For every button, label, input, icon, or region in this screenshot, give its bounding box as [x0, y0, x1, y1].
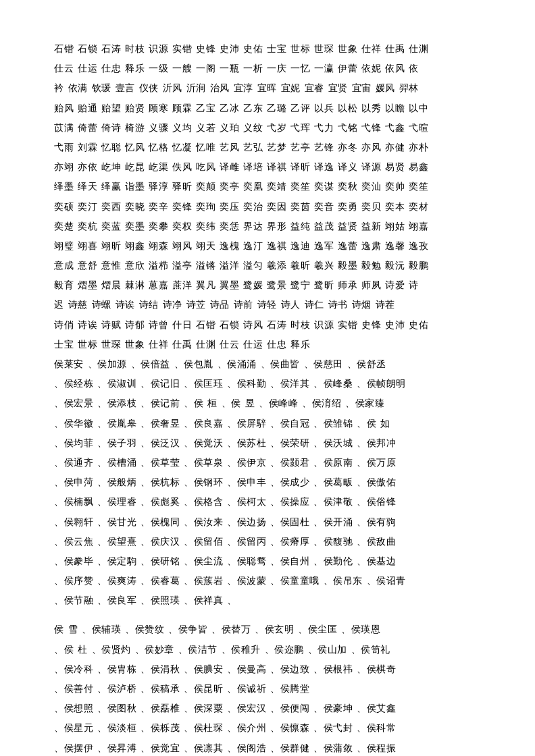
text-line: 、侯通齐 、侯槽涌 、侯草莹 、侯草泉 、侯伊京 、侯颢君 、侯原南 、侯万原: [54, 454, 481, 471]
text-line: 仕云 仕运 仕忠 释乐 一级 一艘 一阁 一瓶 一析 一庆 一忆 一瀛 伊蕾 依…: [54, 60, 481, 77]
text-line: 、侯星元 、侯淡桓 、侯栎茂 、侯杜琛 、侯介州 、侯懔森 、侯弋封 、侯科常: [54, 720, 481, 736]
text-line: 弋雨 刘霖 忆聪 忆风 忆格 忆凝 忆唯 艺风 艺弘 艺梦 艺亭 艺锋 亦冬 亦…: [54, 139, 481, 156]
text-line: 士宝 世标 世琛 世象 仕祥 仕禹 仕渊 仕云 仕运 仕忠 释乐: [54, 336, 481, 353]
text-line: 迟 诗慈 诗螺 诗诶 诗结 诗净 诗苙 诗品 诗前 诗轻 诗人 诗仁 诗书 诗烟…: [54, 296, 481, 313]
text-line: 苡满 倚蕾 倚诗 椅游 义骤 义均 义若 义珀 义纹 弋岁 弋珲 弋力 弋铭 弋…: [54, 119, 481, 136]
text-line: 、侯摆伊 、侯昇溥 、侯觉宜 、侯凛其 、侯阁浩 、侯群健 、侯蒲敛 、侯程振: [54, 740, 481, 756]
text-line: 、侯云焦 、侯望熹 、侯庆汉 、侯留佰 、侯留丙 、侯瘠厚 、侯馥驰 、侯敌曲: [54, 533, 481, 550]
text-line: 、侯楠飘 、侯理睿 、侯彪奚 、侯格含 、侯柯太 、侯操应 、侯津敬 、侯俗锋: [54, 493, 481, 510]
text-line: 、侯善付 、侯泸桥 、侯稿承 、侯昆昕 、侯诚祈 、侯腾堂: [54, 680, 481, 697]
text-line: 、侯宏景 、侯添枝 、侯记前 、侯 桓 、侯 昱 、侯峰峰 、侯淯绍 、侯家臻: [54, 395, 481, 412]
text-line: 、侯 杜 、侯贤灼 、侯妙章 、侯洁节 、侯稚升 、侯迩鹏 、侯山加 、侯笥礼: [54, 641, 481, 658]
text-line: 、侯想照 、侯图秋 、侯磊椎 、侯深粟 、侯宏汉 、侯便闯 、侯豪坤 、侯艾鑫: [54, 700, 481, 717]
text-line: 、侯申菏 、侯般炳 、侯杭标 、侯钢环 、侯申丰 、侯成少 、侯葛畈 、侯傲佑: [54, 474, 481, 491]
text-line: 、侯豢毕 、侯定駒 、侯研铭 、侯尘流 、侯聪骛 、侯自州 、侯勤伦 、侯基边: [54, 553, 481, 570]
text-line: 毅育 熠墨 熠晨 棘淋 蒽嘉 蔗洋 翼凡 翼墨 鹭媛 鹭景 鹭宁 鹭昕 师承 师…: [54, 277, 481, 294]
text-line: 衿 依满 钦瑗 壹言 仪侠 沂风 沂涧 治风 宜淳 宜晖 宜妮 宜睿 宜贤 宜宙…: [54, 80, 481, 97]
text-line: 贻风 贻通 贻望 贻贤 顾寒 顾霖 乙宝 乙冰 乙东 乙璐 乙评 以兵 以松 以…: [54, 100, 481, 117]
text-line: 意成 意舒 意惟 意欣 溢栉 溢亭 溢锵 溢洋 溢匀 羲添 羲昕 羲兴 毅墨 毅…: [54, 257, 481, 274]
text-line: 、侯华徽 、侯胤皋 、侯奢昱 、侯良嘉 、侯屏騂 、侯自冠 、侯雏锦 、侯 如: [54, 415, 481, 432]
text-line: 侯莱安 、侯加源 、侯倍益 、侯包胤 、侯涌涌 、侯曲皆 、侯慈田 、侯舒丞: [54, 356, 481, 373]
spacer: [54, 612, 481, 621]
text-line: 亦翊 亦依 屹坤 屹昆 屹渠 佚风 吃风 译雌 译培 译祺 译昕 译逸 译义 译…: [54, 159, 481, 176]
text-line: 、侯冷科 、侯胄栋 、侯涓秋 、侯腆安 、侯曼高 、侯边致 、侯根祎 、侯棋奇: [54, 661, 481, 678]
text-line: 奕硕 奕汀 奕西 奕晓 奕辛 奕锋 奕珣 奕压 奕治 奕因 奕茵 奕音 奕勇 奕…: [54, 198, 481, 215]
main-content: 石锴 石锁 石涛 时枝 识源 实锴 史锋 史沛 史佑 士宝 世标 世琛 世象 仕…: [54, 40, 481, 756]
text-line: 奕楚 奕杭 奕蓝 奕墨 奕攀 奕权 奕纬 奕恁 界达 界形 益纯 益茂 益贤 益…: [54, 218, 481, 235]
text-line: 诗俏 诗诶 诗赋 诗郁 诗曾 什日 石锴 石锁 诗风 石涛 时枝 识源 实锴 史…: [54, 317, 481, 333]
text-line: 侯 雪 、侯辅瑛 、侯赞纹 、侯争皆 、侯替万 、侯玄明 、侯尘匡 、侯瑛恩: [54, 621, 481, 638]
text-line: 绎墨 绎天 绎赢 诣墨 驿淳 驿昕 奕颠 奕亭 奕凰 奕靖 奕笙 奕谋 奕秋 奕…: [54, 178, 481, 195]
text-line: 、侯序赞 、侯爽涛 、侯睿葛 、侯蔟岩 、侯波蒙 、侯童童哦 、侯吊东 、侯诏青: [54, 572, 481, 589]
text-line: 石锴 石锁 石涛 时枝 识源 实锴 史锋 史沛 史佑 士宝 世标 世琛 世象 仕…: [54, 40, 481, 57]
text-line: 、侯节融 、侯良军 、侯照瑛 、侯祥真 、: [54, 592, 481, 609]
text-line: 、侯翱轩 、侯甘光 、侯槐同 、侯汝来 、侯边扬 、侯固杜 、侯开涌 、侯有驹: [54, 514, 481, 531]
text-line: 、侯均菲 、侯子羽 、侯泛汉 、侯觉沃 、侯苏杜 、侯荣研 、侯沃城 、侯邦冲: [54, 435, 481, 452]
text-line: 翊璧 翊喜 翊昕 翊鑫 翊森 翊风 翊天 逸槐 逸汀 逸祺 逸迪 逸军 逸蕾 逸…: [54, 238, 481, 254]
text-line: 、侯经栋 、侯淑训 、侯记旧 、侯匡珏 、侯科勤 、侯洋其 、侯峰桑 、侯帧朗明: [54, 375, 481, 392]
